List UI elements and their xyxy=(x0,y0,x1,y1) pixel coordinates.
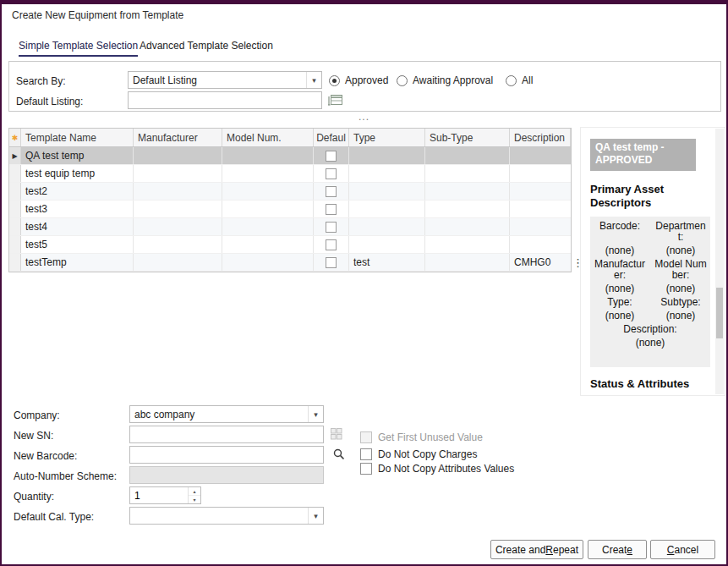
row-indicator: ▶ xyxy=(9,147,21,164)
row-indicator xyxy=(9,165,21,182)
column-header-manufacturer[interactable]: Manufacturer xyxy=(134,129,222,146)
cell-type xyxy=(349,147,425,164)
default-checkbox[interactable] xyxy=(326,239,337,250)
cell-model-num xyxy=(222,236,314,253)
status-attributes-heading: Status & Attributes xyxy=(590,377,711,390)
default-checkbox[interactable] xyxy=(326,257,337,268)
cell-default xyxy=(314,201,349,217)
column-header-template-name[interactable]: Template Name xyxy=(21,129,134,146)
button-accel: C xyxy=(667,544,675,556)
cell-manufacturer xyxy=(134,218,222,235)
quantity-input[interactable] xyxy=(130,487,188,503)
default-cal-type-combo[interactable]: ▾ xyxy=(129,507,324,525)
dialog-title: Create New Equipment from Template xyxy=(12,9,183,21)
checkbox-label: Get First Unused Value xyxy=(378,431,483,443)
table-row[interactable]: test5 xyxy=(9,236,571,254)
company-label: Company: xyxy=(14,409,60,421)
new-sn-input[interactable] xyxy=(129,426,324,443)
table-row[interactable]: test2 xyxy=(9,183,571,201)
cell-manufacturer xyxy=(134,254,222,271)
default-checkbox[interactable] xyxy=(326,168,337,179)
spinner-down-icon[interactable]: ▾ xyxy=(189,496,200,503)
cell-template-name: test2 xyxy=(21,183,134,200)
search-icon[interactable] xyxy=(332,448,346,461)
cell-manufacturer xyxy=(134,147,222,164)
row-indicator xyxy=(9,236,21,253)
radio-approved[interactable]: Approved xyxy=(329,74,388,87)
column-header-sub-type[interactable]: Sub-Type xyxy=(425,129,510,146)
checkbox-do-not-copy-charges[interactable]: Do Not Copy Charges xyxy=(360,448,477,460)
quantity-label: Quantity: xyxy=(14,491,54,503)
cell-description xyxy=(510,218,571,235)
cell-sub-type xyxy=(425,183,510,200)
cell-manufacturer xyxy=(134,165,222,182)
company-combo[interactable]: abc company ▾ xyxy=(129,405,324,423)
table-row[interactable]: test3 xyxy=(9,201,571,218)
column-header-model-num[interactable]: Model Num. xyxy=(222,129,314,146)
cell-type xyxy=(349,165,425,182)
row-indicator xyxy=(9,183,21,200)
tab-simple-template-selection[interactable]: Simple Template Selection xyxy=(19,35,138,57)
template-grid: ✱ Template Name Manufacturer Model Num. … xyxy=(8,128,572,272)
cancel-button[interactable]: Cancel xyxy=(650,540,715,559)
table-row[interactable]: test equip temp xyxy=(9,165,571,183)
button-accel: e xyxy=(627,544,632,556)
radio-awaiting-approval[interactable]: Awaiting Approval xyxy=(397,74,493,87)
table-row[interactable]: ▶ QA test temp xyxy=(9,147,571,165)
radio-all[interactable]: All xyxy=(506,74,533,87)
listing-picker-icon[interactable] xyxy=(328,93,343,107)
detail-field-label: Barcode: xyxy=(593,221,647,243)
cell-default xyxy=(314,254,349,271)
detail-field-label: Model Number: xyxy=(654,259,708,281)
number-scheme-grid-icon[interactable] xyxy=(330,427,343,441)
default-cal-type-value xyxy=(130,508,308,524)
default-checkbox[interactable] xyxy=(326,151,337,162)
title-bar[interactable]: Create New Equipment from Template xyxy=(2,4,726,26)
detail-scrollbar-thumb[interactable] xyxy=(716,288,723,338)
default-checkbox[interactable] xyxy=(326,186,337,197)
auto-number-scheme-label: Auto-Number Scheme: xyxy=(14,470,117,482)
default-checkbox[interactable] xyxy=(326,222,337,233)
detail-scrollbar[interactable] xyxy=(715,129,724,394)
indicator-column-header: ✱ xyxy=(9,129,21,146)
checkbox-get-first-unused-value[interactable]: Get First Unused Value xyxy=(360,431,483,443)
cell-model-num xyxy=(222,201,314,217)
spinner-up-icon[interactable]: ▴ xyxy=(189,487,200,496)
cell-default xyxy=(314,218,349,235)
default-cal-type-label: Default Cal. Type: xyxy=(14,511,94,523)
column-header-type[interactable]: Type xyxy=(349,129,425,146)
quantity-stepper[interactable]: ▴ ▾ xyxy=(129,486,201,504)
default-listing-input[interactable] xyxy=(128,91,322,109)
search-by-combo[interactable]: Default Listing ▾ xyxy=(128,71,322,89)
radio-label: Approved xyxy=(345,74,388,86)
primary-asset-descriptors-heading: Primary Asset Descriptors xyxy=(590,183,685,210)
column-header-description[interactable]: Description xyxy=(510,129,571,146)
default-checkbox[interactable] xyxy=(326,204,337,215)
row-indicator xyxy=(9,254,21,271)
checkbox-do-not-copy-attributes-values[interactable]: Do Not Copy Attributes Values xyxy=(360,462,514,475)
new-sn-label: New SN: xyxy=(14,430,53,442)
create-and-repeat-button[interactable]: Create and Repeat xyxy=(490,540,583,559)
column-header-default[interactable]: Defaul xyxy=(314,129,349,146)
detail-field-label: Type: xyxy=(593,297,647,308)
radio-label: All xyxy=(522,74,533,86)
new-barcode-input[interactable] xyxy=(129,446,324,464)
cell-default xyxy=(314,165,349,182)
splitter-grip[interactable]: ... xyxy=(2,113,726,120)
cell-manufacturer xyxy=(134,201,222,217)
tab-advanced-template-selection[interactable]: Advanced Template Selection xyxy=(140,35,273,57)
spinner-buttons: ▴ ▾ xyxy=(188,487,200,503)
detail-field-label: Department: xyxy=(654,221,708,243)
cell-model-num xyxy=(222,218,314,235)
chevron-down-icon: ▾ xyxy=(308,406,323,422)
cell-sub-type xyxy=(425,236,510,253)
cell-type xyxy=(349,236,425,253)
default-listing-label: Default Listing: xyxy=(16,96,83,107)
tab-label: Advanced Template Selection xyxy=(140,40,273,52)
detail-field-value: (none) xyxy=(593,245,647,256)
create-button[interactable]: Create xyxy=(588,540,647,559)
detail-field-label: Subtype: xyxy=(654,297,708,308)
table-row[interactable]: testTemp test CMHG0 xyxy=(9,254,571,272)
table-row[interactable]: test4 xyxy=(9,218,571,236)
checkbox-label: Do Not Copy Attributes Values xyxy=(378,463,514,475)
